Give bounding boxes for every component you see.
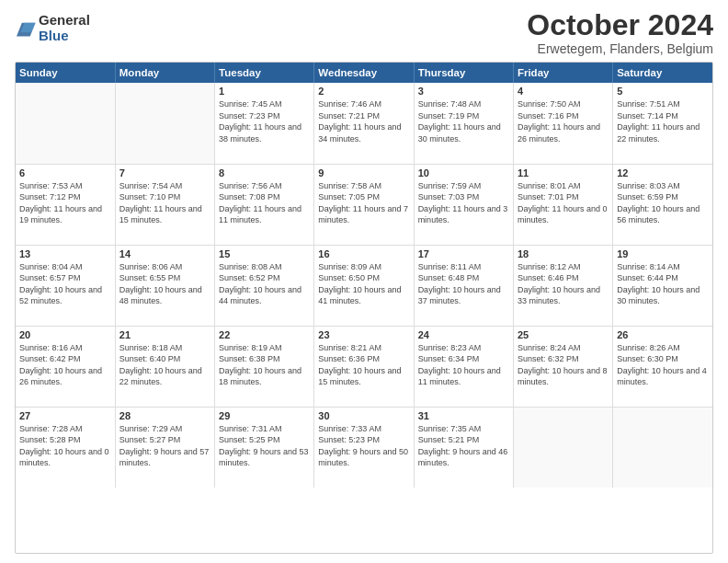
page-title: October 2024	[527, 9, 713, 41]
day-number: 28	[119, 410, 210, 421]
logo-blue: Blue	[39, 29, 90, 44]
day-number: 19	[617, 248, 709, 259]
day-number: 21	[119, 329, 210, 340]
calendar-day-cell: 11Sunrise: 8:01 AM Sunset: 7:01 PM Dayli…	[513, 164, 612, 245]
day-info: Sunrise: 7:58 AM Sunset: 7:05 PM Dayligh…	[318, 180, 409, 226]
calendar-week-row: 13Sunrise: 8:04 AM Sunset: 6:57 PM Dayli…	[16, 245, 712, 326]
calendar: SundayMondayTuesdayWednesdayThursdayFrid…	[15, 62, 713, 554]
calendar-day-cell: 27Sunrise: 7:28 AM Sunset: 5:28 PM Dayli…	[16, 407, 115, 488]
day-number: 26	[617, 329, 709, 340]
day-number: 2	[318, 86, 409, 97]
day-of-week-header: Sunday	[16, 63, 115, 83]
day-info: Sunrise: 8:03 AM Sunset: 6:59 PM Dayligh…	[617, 180, 709, 226]
day-info: Sunrise: 8:19 AM Sunset: 6:38 PM Dayligh…	[219, 342, 310, 388]
day-number: 11	[518, 167, 609, 178]
logo: General Blue	[15, 13, 90, 43]
day-number: 30	[318, 410, 409, 421]
calendar-day-cell: 21Sunrise: 8:18 AM Sunset: 6:40 PM Dayli…	[115, 326, 214, 407]
calendar-week-row: 6Sunrise: 7:53 AM Sunset: 7:12 PM Daylig…	[16, 164, 712, 245]
calendar-day-cell: 7Sunrise: 7:54 AM Sunset: 7:10 PM Daylig…	[115, 164, 214, 245]
calendar-day-cell: 10Sunrise: 7:59 AM Sunset: 7:03 PM Dayli…	[414, 164, 513, 245]
day-info: Sunrise: 7:51 AM Sunset: 7:14 PM Dayligh…	[617, 98, 709, 144]
day-info: Sunrise: 8:16 AM Sunset: 6:42 PM Dayligh…	[19, 342, 111, 388]
logo-text: General Blue	[39, 13, 90, 43]
day-number: 23	[318, 329, 409, 340]
calendar-week-row: 27Sunrise: 7:28 AM Sunset: 5:28 PM Dayli…	[16, 407, 712, 488]
calendar-week-row: 20Sunrise: 8:16 AM Sunset: 6:42 PM Dayli…	[16, 326, 712, 407]
day-info: Sunrise: 7:59 AM Sunset: 7:03 PM Dayligh…	[418, 180, 509, 226]
page-subtitle: Erwetegem, Flanders, Belgium	[527, 41, 713, 56]
day-number: 31	[418, 410, 509, 421]
day-number: 29	[219, 410, 310, 421]
calendar-day-cell: 8Sunrise: 7:56 AM Sunset: 7:08 PM Daylig…	[215, 164, 314, 245]
day-info: Sunrise: 7:53 AM Sunset: 7:12 PM Dayligh…	[19, 180, 111, 226]
calendar-day-cell: 18Sunrise: 8:12 AM Sunset: 6:46 PM Dayli…	[513, 245, 612, 326]
day-number: 20	[19, 329, 111, 340]
day-number: 9	[318, 167, 409, 178]
day-info: Sunrise: 8:14 AM Sunset: 6:44 PM Dayligh…	[617, 261, 709, 307]
day-info: Sunrise: 7:29 AM Sunset: 5:27 PM Dayligh…	[119, 423, 210, 469]
page: General Blue October 2024 Erwetegem, Fla…	[0, 0, 728, 563]
calendar-day-cell	[16, 83, 115, 164]
day-info: Sunrise: 8:18 AM Sunset: 6:40 PM Dayligh…	[119, 342, 210, 388]
calendar-day-cell: 23Sunrise: 8:21 AM Sunset: 6:36 PM Dayli…	[314, 326, 414, 407]
header: General Blue October 2024 Erwetegem, Fla…	[15, 9, 713, 56]
day-number: 27	[19, 410, 111, 421]
day-number: 12	[617, 167, 709, 178]
calendar-day-cell: 22Sunrise: 8:19 AM Sunset: 6:38 PM Dayli…	[215, 326, 314, 407]
day-info: Sunrise: 7:33 AM Sunset: 5:23 PM Dayligh…	[318, 423, 409, 469]
calendar-day-cell: 25Sunrise: 8:24 AM Sunset: 6:32 PM Dayli…	[513, 326, 612, 407]
day-info: Sunrise: 7:31 AM Sunset: 5:25 PM Dayligh…	[219, 423, 310, 469]
day-info: Sunrise: 7:54 AM Sunset: 7:10 PM Dayligh…	[119, 180, 210, 226]
day-of-week-header: Tuesday	[215, 63, 314, 83]
day-number: 22	[219, 329, 310, 340]
day-info: Sunrise: 8:06 AM Sunset: 6:55 PM Dayligh…	[119, 261, 210, 307]
calendar-day-cell: 20Sunrise: 8:16 AM Sunset: 6:42 PM Dayli…	[16, 326, 115, 407]
calendar-day-cell: 26Sunrise: 8:26 AM Sunset: 6:30 PM Dayli…	[613, 326, 712, 407]
day-number: 16	[318, 248, 409, 259]
calendar-week-row: 1Sunrise: 7:45 AM Sunset: 7:23 PM Daylig…	[16, 83, 712, 164]
day-info: Sunrise: 8:12 AM Sunset: 6:46 PM Dayligh…	[518, 261, 609, 307]
calendar-table: SundayMondayTuesdayWednesdayThursdayFrid…	[16, 63, 712, 488]
day-number: 15	[219, 248, 310, 259]
calendar-day-cell: 9Sunrise: 7:58 AM Sunset: 7:05 PM Daylig…	[314, 164, 414, 245]
calendar-day-cell: 19Sunrise: 8:14 AM Sunset: 6:44 PM Dayli…	[613, 245, 712, 326]
calendar-header-row: SundayMondayTuesdayWednesdayThursdayFrid…	[16, 63, 712, 83]
day-number: 5	[617, 86, 709, 97]
calendar-day-cell: 28Sunrise: 7:29 AM Sunset: 5:27 PM Dayli…	[115, 407, 214, 488]
day-of-week-header: Thursday	[414, 63, 513, 83]
day-of-week-header: Monday	[115, 63, 214, 83]
day-number: 8	[219, 167, 310, 178]
calendar-day-cell: 6Sunrise: 7:53 AM Sunset: 7:12 PM Daylig…	[16, 164, 115, 245]
calendar-day-cell: 13Sunrise: 8:04 AM Sunset: 6:57 PM Dayli…	[16, 245, 115, 326]
day-number: 25	[518, 329, 609, 340]
day-info: Sunrise: 8:08 AM Sunset: 6:52 PM Dayligh…	[219, 261, 310, 307]
day-number: 3	[418, 86, 509, 97]
day-info: Sunrise: 8:01 AM Sunset: 7:01 PM Dayligh…	[518, 180, 609, 226]
day-info: Sunrise: 8:21 AM Sunset: 6:36 PM Dayligh…	[318, 342, 409, 388]
day-info: Sunrise: 7:45 AM Sunset: 7:23 PM Dayligh…	[219, 98, 310, 144]
day-info: Sunrise: 8:23 AM Sunset: 6:34 PM Dayligh…	[418, 342, 509, 388]
day-number: 1	[219, 86, 310, 97]
day-info: Sunrise: 8:11 AM Sunset: 6:48 PM Dayligh…	[418, 261, 509, 307]
calendar-day-cell: 30Sunrise: 7:33 AM Sunset: 5:23 PM Dayli…	[314, 407, 414, 488]
calendar-day-cell: 4Sunrise: 7:50 AM Sunset: 7:16 PM Daylig…	[513, 83, 612, 164]
calendar-day-cell: 14Sunrise: 8:06 AM Sunset: 6:55 PM Dayli…	[115, 245, 214, 326]
calendar-day-cell: 2Sunrise: 7:46 AM Sunset: 7:21 PM Daylig…	[314, 83, 414, 164]
logo-general: General	[39, 13, 90, 29]
day-number: 18	[518, 248, 609, 259]
day-number: 10	[418, 167, 509, 178]
day-of-week-header: Wednesday	[314, 63, 414, 83]
calendar-day-cell: 3Sunrise: 7:48 AM Sunset: 7:19 PM Daylig…	[414, 83, 513, 164]
day-number: 24	[418, 329, 509, 340]
calendar-day-cell	[115, 83, 214, 164]
calendar-day-cell	[513, 407, 612, 488]
day-info: Sunrise: 8:09 AM Sunset: 6:50 PM Dayligh…	[318, 261, 409, 307]
logo-icon	[17, 17, 37, 38]
day-info: Sunrise: 7:48 AM Sunset: 7:19 PM Dayligh…	[418, 98, 509, 144]
day-of-week-header: Saturday	[613, 63, 712, 83]
day-number: 4	[518, 86, 609, 97]
calendar-day-cell: 29Sunrise: 7:31 AM Sunset: 5:25 PM Dayli…	[215, 407, 314, 488]
calendar-day-cell: 31Sunrise: 7:35 AM Sunset: 5:21 PM Dayli…	[414, 407, 513, 488]
calendar-day-cell: 17Sunrise: 8:11 AM Sunset: 6:48 PM Dayli…	[414, 245, 513, 326]
